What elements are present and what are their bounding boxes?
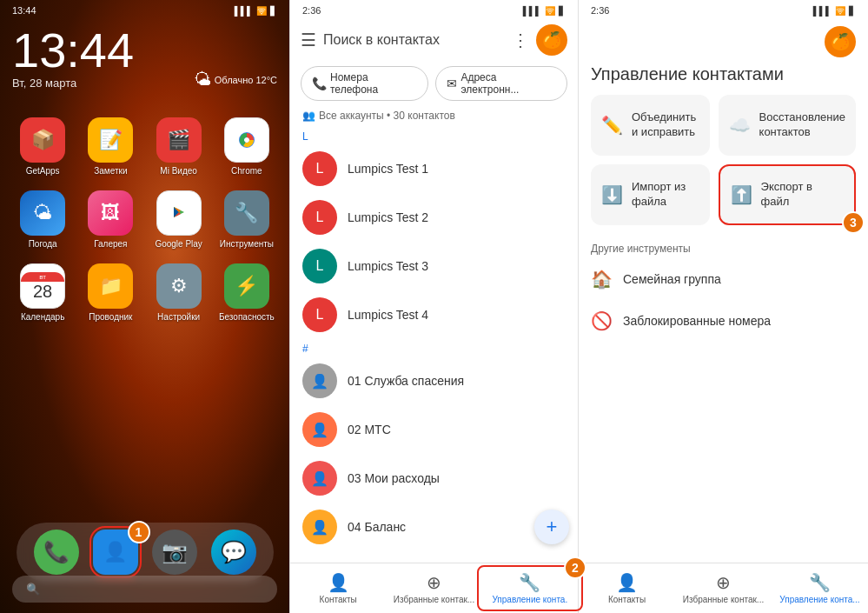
nav-favorites-icon: ⊕ <box>427 572 441 593</box>
contacts-bottom-nav: 👤 Контакты ⊕ Избранные контак... 🔧 Управ… <box>290 563 578 613</box>
app-mivideo[interactable]: 🎬 Mi Видео <box>149 117 209 177</box>
contact-03[interactable]: 👤 03 Мои расходы <box>290 454 578 503</box>
app-tools[interactable]: 🔧 Инструменты <box>216 190 277 250</box>
home-screen: 13:44 ▌▌▌ 🛜 ▋ 13:44 Вт, 28 марта 🌤 Облач… <box>0 0 289 613</box>
block-icon: 🚫 <box>591 310 613 331</box>
manage-title: Управление контактами <box>579 61 868 95</box>
step3-badge: 3 <box>842 211 865 234</box>
weather-text: Облачно 12°C <box>215 75 277 85</box>
app-label-gallery: Галерея <box>94 239 127 250</box>
card-merge[interactable]: ✏️ Объединить и исправить <box>591 95 710 156</box>
card-merge-text: Объединить и исправить <box>632 110 699 140</box>
manage-spacer <box>579 342 868 563</box>
wifi-icon: 🛜 <box>256 6 267 16</box>
manage-bottom-nav: 👤 Контакты ⊕ Избранные контак... 🔧 Управ… <box>579 563 868 613</box>
manage-status-bar: 2:36 ▌▌▌ 🛜 ▋ <box>579 0 868 17</box>
weather-badge: 🌤 Облачно 12°C <box>194 70 277 90</box>
manage-nav-manage[interactable]: 🔧 Управление конта... <box>772 569 868 608</box>
app-label-files: Проводник <box>89 312 132 323</box>
nav-contacts-label: Контакты <box>320 595 357 604</box>
contact-avatar-5: 👤 <box>302 363 337 398</box>
card-import[interactable]: ⬇️ Импорт из файла <box>591 164 710 225</box>
family-group-label: Семейная группа <box>623 272 721 286</box>
app-icon-notes: 📝 <box>88 117 133 163</box>
app-grid-row2: 🌤 Погода 🖼 Галерея G <box>0 183 289 257</box>
app-getapps[interactable]: 📦 GetApps <box>12 117 73 177</box>
dock-phone[interactable]: 📞 <box>34 530 79 575</box>
nav-manage-label: Управление конта. <box>492 595 567 604</box>
weather-icon: 🌤 <box>194 70 211 90</box>
home-status-bar: 13:44 ▌▌▌ 🛜 ▋ <box>0 0 289 17</box>
contacts-search-label[interactable]: Поиск в контактах <box>323 32 505 48</box>
contact-02[interactable]: 👤 02 МТС <box>290 405 578 454</box>
app-security[interactable]: ⚡ Безопасность <box>216 263 277 323</box>
home-status-icons: ▌▌▌ 🛜 ▋ <box>235 6 277 16</box>
contact-name-4: Lumpics Test 4 <box>348 308 428 322</box>
app-gallery[interactable]: 🖼 Галерея <box>80 190 141 250</box>
user-avatar: 🍊 <box>536 24 567 56</box>
other-tools-title: Другие инструменты <box>579 236 868 258</box>
manage-nav-favorites-icon: ⊕ <box>716 572 731 593</box>
fab-add-button[interactable]: + <box>534 510 569 544</box>
app-settings[interactable]: ⚙ Настройки <box>149 263 209 323</box>
nav-favorites[interactable]: ⊕ Избранные контак... <box>386 569 481 608</box>
phone-icon: 📞 <box>312 77 327 90</box>
contact-avatar-2: L <box>302 200 337 235</box>
contacts-panel: 2:36 ▌▌▌ 🛜 ▋ ☰ Поиск в контактах ⋮ 🍊 📞 Н… <box>289 0 579 613</box>
menu-icon[interactable]: ☰ <box>301 30 316 50</box>
app-icon-security: ⚡ <box>224 263 269 309</box>
manage-nav-contacts[interactable]: 👤 Контакты <box>579 569 675 608</box>
app-label-tools: Инструменты <box>220 239 274 250</box>
contact-lumpics3[interactable]: L Lumpics Test 3 <box>290 242 578 290</box>
dock-camera[interactable]: 📷 <box>152 530 197 575</box>
manage-status-icons: ▌▌▌ 🛜 ▋ <box>813 6 856 16</box>
app-weather[interactable]: 🌤 Погода <box>12 190 73 250</box>
manage-status-time: 2:36 <box>591 5 609 16</box>
contact-name-3: Lumpics Test 3 <box>348 259 428 273</box>
filter-email-tab[interactable]: ✉ Адреса электронн... <box>435 66 567 101</box>
nav-manage[interactable]: 🔧 Управление конта. 2 <box>482 569 578 608</box>
blocked-numbers-label: Заблокированные номера <box>623 314 771 328</box>
contact-01[interactable]: 👤 01 Служба спасения <box>290 356 578 405</box>
calendar-date: 28 <box>33 282 52 301</box>
manage-signal-icon: ▌▌▌ <box>813 6 832 16</box>
contact-lumpics2[interactable]: L Lumpics Test 2 <box>290 193 578 242</box>
contacts-list: L Lumpics Test 1 L Lumpics Test 2 L Lump… <box>290 144 578 563</box>
contact-name-6: 02 МТС <box>348 423 391 436</box>
dock-contacts[interactable]: 👤 1 <box>93 530 138 575</box>
manage-panel: 2:36 ▌▌▌ 🛜 ▋ 🍊 Управление контактами ✏️ … <box>579 0 868 613</box>
contacts-status-bar: 2:36 ▌▌▌ 🛜 ▋ <box>290 0 578 17</box>
manage-nav-favorites[interactable]: ⊕ Избранные контак... <box>675 569 772 608</box>
app-label-weather: Погода <box>29 239 57 250</box>
card-export[interactable]: ⬆️ Экспорт в файл 3 <box>719 164 856 225</box>
app-calendar[interactable]: вт 28 Календарь <box>12 263 73 323</box>
app-icon-mivideo: 🎬 <box>156 117 202 163</box>
app-googleplay[interactable]: Google Play <box>149 190 209 250</box>
contacts-wifi-icon: 🛜 <box>545 6 555 16</box>
restore-icon: ☁️ <box>729 115 751 136</box>
home-search-bar[interactable]: 🔍 <box>12 576 277 603</box>
app-icon-files: 📁 <box>88 263 133 309</box>
contact-name-2: Lumpics Test 2 <box>348 210 428 224</box>
contact-lumpics4[interactable]: L Lumpics Test 4 <box>290 290 578 339</box>
app-label-notes: Заметки <box>94 166 127 177</box>
app-notes[interactable]: 📝 Заметки <box>80 117 141 177</box>
card-export-text: Экспорт в файл <box>761 180 844 210</box>
contact-avatar-7: 👤 <box>302 461 337 496</box>
blocked-numbers-item[interactable]: 🚫 Заблокированные номера <box>579 300 868 342</box>
manage-battery-icon: ▋ <box>849 6 856 16</box>
filter-phone-tab[interactable]: 📞 Номера телефона <box>301 66 428 101</box>
email-icon: ✉ <box>447 77 457 90</box>
more-options-icon[interactable]: ⋮ <box>512 30 529 50</box>
app-files[interactable]: 📁 Проводник <box>80 263 141 323</box>
signal-icon: ▌▌▌ <box>235 6 253 16</box>
dock-messages[interactable]: 💬 <box>211 530 256 575</box>
family-group-item[interactable]: 🏠 Семейная группа <box>579 258 868 300</box>
nav-contacts[interactable]: 👤 Контакты <box>290 569 386 608</box>
nav-manage-icon: 🔧 <box>519 572 540 593</box>
card-restore[interactable]: ☁️ Восстановление контактов <box>719 95 856 156</box>
contact-lumpics1[interactable]: L Lumpics Test 1 <box>290 144 578 193</box>
app-label-security: Безопасность <box>219 312 275 323</box>
app-chrome[interactable]: Chrome <box>216 117 277 177</box>
contact-04[interactable]: 👤 04 Баланс + <box>290 503 578 551</box>
